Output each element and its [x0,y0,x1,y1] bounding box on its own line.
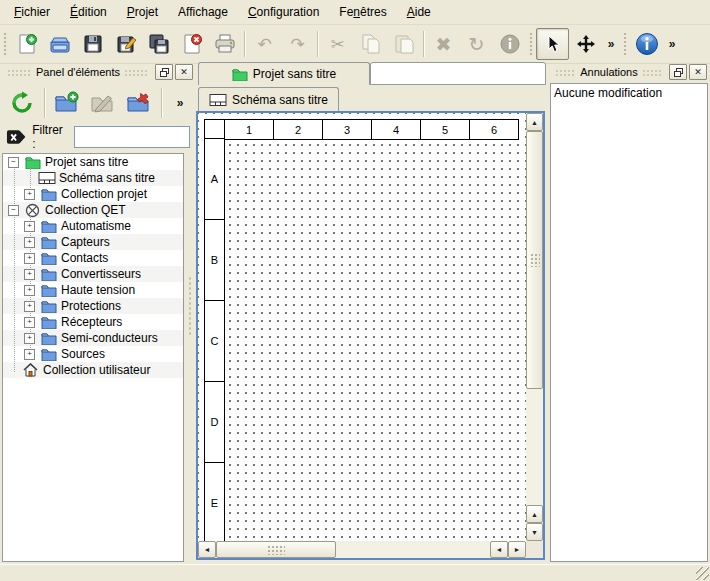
dock-handle-texture [642,68,663,77]
toolbar-handle[interactable] [2,31,8,57]
paste-button[interactable] [387,28,420,60]
scroll-left-button[interactable]: ◄ [198,541,216,558]
element-panel-dock: Panel d'éléments ✕ » Filtrer : [0,61,196,565]
tab-schema-sans-titre[interactable]: Schéma sans titre [198,87,339,111]
expand-icon[interactable]: + [24,237,35,248]
scroll-up-button[interactable]: ▲ [526,113,543,131]
about-qet-button[interactable] [630,28,663,60]
save-as-icon [115,33,137,55]
cursor-arrow-icon [543,34,563,54]
close-icon: ✕ [694,68,702,77]
splitter-handle[interactable] [188,276,192,336]
scroll-up-button[interactable]: ▲ [526,505,543,523]
undo-history-list[interactable]: Aucune modification [550,83,708,562]
tree-item-label: Récepteurs [58,315,122,329]
diagram-view[interactable]: 1 2 3 4 5 6 A B C D E ▲ [196,111,545,560]
toolbar-overflow-button[interactable]: » [602,28,620,60]
collapse-icon[interactable]: − [8,205,19,216]
project-tab-bar: Projet sans titre [196,61,548,85]
delete-button[interactable]: ✖ [427,28,460,60]
redo-button[interactable]: ↷ [281,28,314,60]
horizontal-scroll-thumb[interactable] [216,541,336,558]
rotate-button[interactable]: ↻ [460,28,493,60]
tree-item-collection-utilisateur[interactable]: Collection utilisateur [3,362,183,378]
scroll-down-button[interactable]: ▼ [526,523,543,541]
expand-icon[interactable]: + [24,189,35,200]
edit-category-button[interactable] [87,86,119,120]
vertical-scrollbar[interactable]: ▲ ▲ ▼ [526,113,543,541]
expand-icon[interactable]: + [24,349,35,360]
open-file-icon [49,33,71,55]
clear-filter-icon[interactable] [6,129,26,146]
new-file-button[interactable] [10,28,43,60]
save-as-button[interactable] [109,28,142,60]
rotate-icon: ↻ [469,35,485,54]
expand-icon[interactable]: + [24,301,35,312]
save-all-icon [148,33,170,55]
scroll-left-button[interactable]: ◄ [490,541,508,558]
new-file-icon [16,33,38,55]
undo-button[interactable]: ↶ [248,28,281,60]
copy-button[interactable] [354,28,387,60]
expand-icon[interactable]: + [24,317,35,328]
menu-aide[interactable]: Aide [397,2,441,22]
select-mode-button[interactable] [536,28,569,60]
tree-item-collection-projet[interactable]: + Collection projet [3,186,183,202]
scroll-right-button[interactable]: ► [508,541,526,558]
scissors-icon: ✂ [330,36,344,53]
expand-icon[interactable]: + [24,333,35,344]
save-button[interactable] [76,28,109,60]
close-dock-button[interactable]: ✕ [689,64,707,80]
tree-item-sources[interactable]: + Sources [3,346,183,362]
print-button[interactable] [208,28,241,60]
tab-projet-sans-titre[interactable]: Projet sans titre [198,62,370,85]
scroll-track[interactable] [526,389,543,505]
undo-panel-titlebar[interactable]: Annulations ✕ [551,63,707,81]
float-dock-button[interactable] [155,64,173,80]
expand-icon[interactable]: + [24,269,35,280]
dock-title: Panel d'éléments [36,66,120,78]
move-cross-icon [575,33,597,55]
folder-blue-icon [39,284,58,297]
menu-affichage[interactable]: Affichage [168,2,238,22]
expand-icon[interactable]: + [24,253,35,264]
tree-item-label: Semi-conducteurs [58,331,158,345]
info-gray-icon [500,34,520,54]
diagram-canvas[interactable]: 1 2 3 4 5 6 A B C D E [198,113,526,541]
folder-blue-icon [39,220,58,233]
menu-projet[interactable]: Projet [117,2,168,22]
move-mode-button[interactable] [569,28,602,60]
close-dock-button[interactable]: ✕ [175,64,193,80]
menu-configuration[interactable]: Configuration [238,2,329,22]
folder-delete-icon [126,91,152,115]
save-all-button[interactable] [142,28,175,60]
panel-overflow-button[interactable]: » [170,86,190,120]
expand-icon[interactable]: + [24,221,35,232]
close-icon: ✕ [180,68,188,77]
toolbar-overflow-button[interactable]: » [663,28,681,60]
expand-icon[interactable]: + [24,285,35,296]
undo-list-item[interactable]: Aucune modification [551,84,707,102]
delete-category-button[interactable] [123,86,155,120]
close-file-button[interactable] [175,28,208,60]
new-category-button[interactable] [51,86,83,120]
resize-grip[interactable] [696,567,709,580]
toolbar-handle[interactable] [528,31,534,57]
menu-edition[interactable]: Édition [60,2,117,22]
reload-collections-button[interactable] [6,86,38,120]
float-dock-button[interactable] [669,64,687,80]
scroll-track[interactable] [336,541,490,558]
vertical-scroll-thumb[interactable] [526,131,543,389]
scrollbar-corner [526,541,543,558]
menu-fichier[interactable]: Fichier [4,2,60,22]
properties-button[interactable] [493,28,526,60]
filter-input[interactable] [74,126,190,148]
menu-fenetres[interactable]: Fenêtres [329,2,396,22]
tab-bar-filler [370,62,546,85]
cut-button[interactable]: ✂ [321,28,354,60]
collapse-icon[interactable]: − [8,157,19,168]
horizontal-scrollbar[interactable]: ◄ ◄ ► [198,541,526,558]
toolbar-handle[interactable] [622,31,628,57]
open-file-button[interactable] [43,28,76,60]
element-panel-titlebar[interactable]: Panel d'éléments ✕ [3,63,193,81]
